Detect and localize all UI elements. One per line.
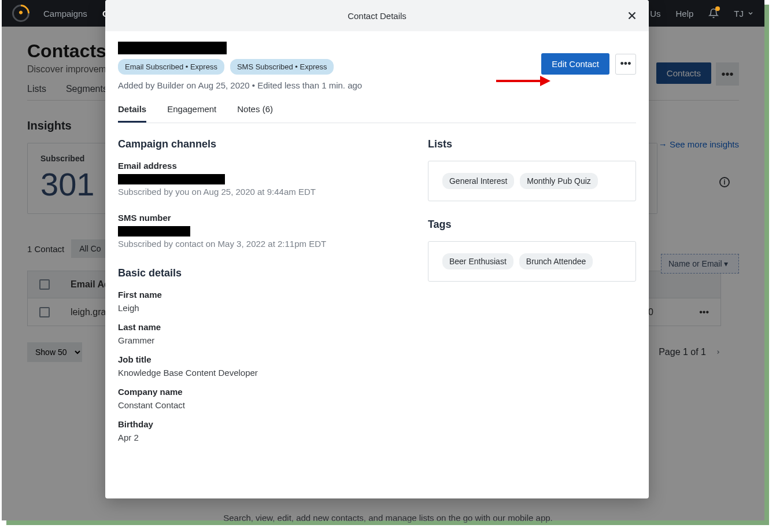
brand-logo[interactable] [9, 1, 33, 25]
company-label: Company name [118, 387, 387, 397]
channels-heading: Campaign channels [118, 138, 387, 150]
modal-tabs: Details Engagement Notes (6) [118, 104, 636, 123]
email-subscribed-meta: Subscribed by you on Aug 25, 2020 at 9:4… [118, 187, 387, 197]
email-value-redacted [118, 174, 225, 184]
channels-column: Campaign channels Email address Subscrib… [118, 138, 387, 442]
modal-body: Email Subscribed • Express SMS Subscribe… [105, 31, 649, 498]
chevron-down-icon [747, 10, 754, 17]
tags-box: Beer Enthusiast Brunch Attendee [428, 241, 636, 282]
contact-name-redacted [118, 42, 227, 54]
job-title-label: Job title [118, 354, 387, 364]
lists-heading: Lists [428, 138, 636, 150]
close-icon[interactable] [626, 9, 638, 22]
email-label: Email address [118, 161, 387, 171]
tags-heading: Tags [428, 219, 636, 231]
sms-status-badge: SMS Subscribed • Express [230, 59, 334, 75]
status-badges: Email Subscribed • Express SMS Subscribe… [118, 59, 541, 75]
tab-details[interactable]: Details [118, 104, 146, 123]
user-initials: TJ [734, 9, 744, 19]
modal-more-button[interactable]: ••• [615, 54, 636, 75]
modal-columns: Campaign channels Email address Subscrib… [118, 138, 636, 442]
first-name-value: Leigh [118, 303, 387, 313]
tag-chip[interactable]: Beer Enthusiast [442, 253, 513, 269]
modal-header: Contact Details [105, 0, 649, 31]
notification-dot [715, 6, 720, 11]
list-chip[interactable]: Monthly Pub Quiz [520, 173, 598, 189]
lists-tags-column: Lists General Interest Monthly Pub Quiz … [428, 138, 636, 442]
meta-line: Added by Builder on Aug 25, 2020 • Edite… [118, 80, 541, 90]
tab-notes[interactable]: Notes (6) [237, 104, 273, 123]
sms-subscribed-meta: Subscribed by contact on May 3, 2022 at … [118, 239, 387, 249]
tab-engagement[interactable]: Engagement [167, 104, 216, 123]
modal-top: Email Subscribed • Express SMS Subscribe… [118, 42, 636, 90]
basic-details-heading: Basic details [118, 267, 387, 279]
last-name-label: Last name [118, 322, 387, 332]
tag-chip[interactable]: Brunch Attendee [519, 253, 593, 269]
job-title-value: Knowledge Base Content Developer [118, 368, 387, 378]
lists-box: General Interest Monthly Pub Quiz [428, 161, 636, 201]
company-value: Constant Contact [118, 400, 387, 410]
email-status-badge: Email Subscribed • Express [118, 59, 224, 75]
last-name-value: Grammer [118, 335, 387, 345]
birthday-value: Apr 2 [118, 433, 387, 442]
edit-contact-button[interactable]: Edit Contact [541, 53, 609, 75]
contact-details-modal: Contact Details Email Subscribed • Expre… [105, 0, 649, 498]
user-menu[interactable]: TJ [734, 9, 754, 19]
birthday-label: Birthday [118, 419, 387, 429]
list-chip[interactable]: General Interest [442, 173, 514, 189]
modal-title: Contact Details [348, 11, 407, 21]
nav-help[interactable]: Help [675, 9, 693, 19]
sms-label: SMS number [118, 213, 387, 223]
first-name-label: First name [118, 290, 387, 300]
nav-campaigns[interactable]: Campaigns [43, 9, 87, 19]
sms-value-redacted [118, 226, 190, 237]
bell-icon[interactable] [708, 8, 719, 19]
